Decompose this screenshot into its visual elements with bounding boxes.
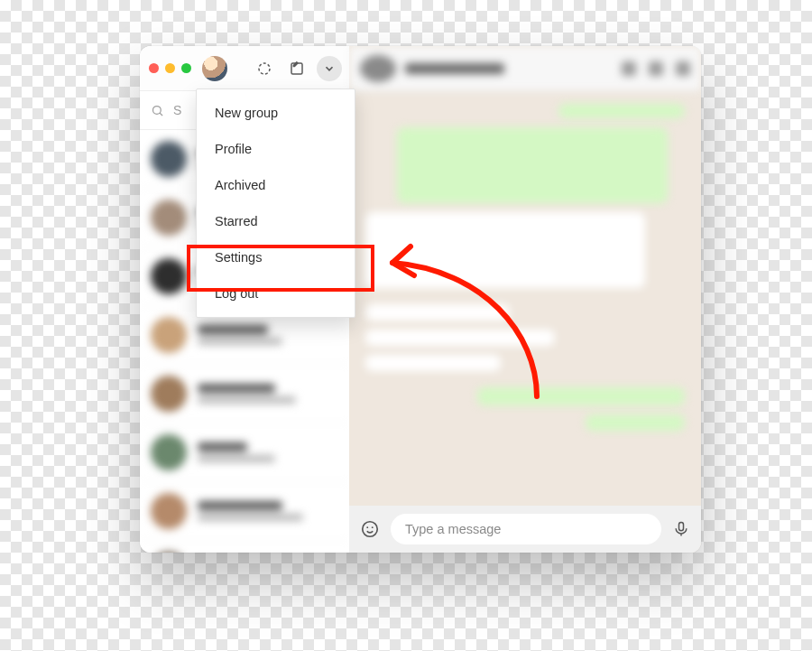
window-controls — [149, 63, 191, 73]
message-in — [365, 212, 645, 288]
message-input[interactable]: Type a message — [391, 514, 661, 544]
chat-avatar — [151, 141, 187, 177]
sidebar-header — [140, 46, 349, 91]
svg-point-0 — [259, 63, 270, 74]
chat-avatar — [151, 552, 187, 553]
message-out — [477, 387, 685, 405]
header-search-icon[interactable] — [622, 61, 636, 76]
chat-row[interactable] — [140, 365, 349, 423]
messages-area — [349, 91, 701, 506]
window-minimize-button[interactable] — [165, 63, 175, 73]
chat-avatar — [151, 493, 187, 529]
message-in — [365, 355, 501, 371]
composer: Type a message — [349, 506, 701, 553]
menu-item-starred[interactable]: Starred — [197, 203, 355, 239]
user-avatar[interactable] — [202, 56, 227, 81]
main-menu-dropdown: New group Profile Archived Starred Setti… — [196, 88, 355, 318]
conversation-header — [349, 46, 701, 91]
message-out — [586, 414, 685, 431]
svg-rect-6 — [679, 523, 684, 531]
window-maximize-button[interactable] — [181, 63, 191, 73]
chat-avatar — [151, 376, 187, 412]
search-icon — [151, 104, 164, 117]
checkerboard-bg: S — [0, 0, 812, 651]
conversation-avatar[interactable] — [360, 55, 396, 82]
svg-point-2 — [153, 106, 161, 114]
window-close-button[interactable] — [149, 63, 159, 73]
menu-item-new-group[interactable]: New group — [197, 95, 355, 131]
app-window: S — [140, 46, 701, 553]
chat-avatar — [151, 434, 187, 470]
conversation-title — [405, 63, 504, 74]
chat-row[interactable] — [140, 482, 349, 541]
chat-avatar — [151, 258, 187, 294]
svg-point-4 — [366, 526, 368, 528]
chat-row[interactable] — [140, 541, 349, 553]
header-attach-icon[interactable] — [649, 61, 663, 76]
svg-point-3 — [363, 522, 378, 537]
svg-point-5 — [372, 526, 374, 528]
message-out — [558, 104, 685, 118]
status-icon[interactable] — [252, 56, 277, 81]
header-menu-icon[interactable] — [676, 61, 690, 76]
search-placeholder: S — [173, 103, 181, 117]
message-in — [365, 330, 555, 346]
chat-row[interactable] — [140, 423, 349, 482]
conversation-pane: Type a message — [349, 46, 701, 553]
chat-avatar — [151, 200, 187, 236]
mic-icon[interactable] — [672, 520, 690, 538]
menu-button[interactable] — [317, 56, 342, 81]
chat-avatar — [151, 317, 187, 353]
menu-item-log-out[interactable]: Log out — [197, 275, 355, 312]
message-in — [365, 304, 510, 321]
menu-item-profile[interactable]: Profile — [197, 131, 355, 167]
message-placeholder: Type a message — [405, 522, 501, 536]
menu-item-settings[interactable]: Settings — [197, 239, 355, 275]
emoji-icon[interactable] — [360, 519, 380, 539]
menu-item-archived[interactable]: Archived — [197, 167, 355, 203]
new-chat-icon[interactable] — [284, 56, 309, 81]
message-out — [397, 127, 668, 203]
